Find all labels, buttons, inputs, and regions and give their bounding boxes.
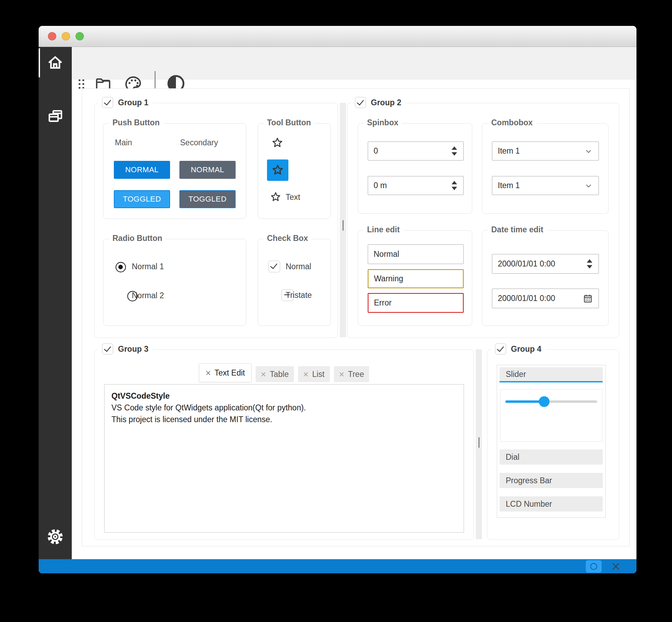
close-traffic-light[interactable]: [48, 32, 56, 40]
datetime-value: 2000/01/01 0:00: [498, 294, 583, 303]
close-icon[interactable]: [611, 562, 620, 571]
chevron-down-icon: [584, 181, 593, 190]
spinbox-field[interactable]: 0 m: [368, 176, 464, 195]
line-edit-groupbox: Line edit Normal Warning Error: [358, 230, 472, 326]
star-icon[interactable]: [270, 191, 281, 203]
line-edit-value: Error: [374, 298, 457, 308]
splitter-grip[interactable]: [343, 220, 344, 231]
group3-checkbox-checked-icon[interactable]: [102, 343, 113, 354]
circle-icon: [589, 562, 598, 571]
text-edit-heading: QtVSCodeStyle: [111, 390, 457, 402]
combobox-select[interactable]: Item 1: [492, 176, 599, 195]
line-edit-warning[interactable]: Warning: [368, 269, 464, 288]
tool-button-text-label[interactable]: Text: [286, 193, 300, 202]
datetime-edit-groupbox: Date time edit 2000/01/01 0:00 2000/01/0…: [482, 230, 609, 326]
secondary-column-label: Secondary: [180, 138, 218, 147]
group4-checkbox-checked-icon[interactable]: [495, 343, 506, 354]
datetime-calendar-field[interactable]: 2000/01/01 0:00: [492, 289, 599, 308]
normal-secondary-button[interactable]: NORMAL: [179, 161, 236, 179]
tab-tree[interactable]: Tree: [334, 366, 369, 382]
spin-buttons[interactable]: [452, 146, 458, 156]
toolbar: [39, 47, 636, 80]
close-icon[interactable]: [303, 372, 308, 377]
line-edit-title: Line edit: [364, 225, 403, 234]
combobox-title: Combobox: [488, 118, 536, 127]
spinbox-field[interactable]: 0: [368, 142, 464, 161]
text-edit-line: VS Code style for QtWidgets application(…: [111, 402, 457, 414]
tab-label: List: [312, 370, 325, 379]
radio-button-groupbox: Radio Button Normal 1 Normal 2: [103, 239, 246, 326]
group3-panel: Group 3 Text Edit Table List Tree: [94, 349, 474, 540]
line-edit-value: Normal: [374, 250, 458, 259]
toggled-main-button[interactable]: TOGGLED: [114, 190, 170, 208]
slider-handle[interactable]: [539, 396, 550, 407]
drag-handle-icon[interactable]: [79, 79, 84, 89]
splitter-grip[interactable]: [478, 437, 480, 448]
statusbar: [39, 559, 636, 573]
tab-label: Table: [270, 370, 289, 379]
vertical-splitter[interactable]: [476, 349, 482, 539]
overlapping-windows-icon[interactable]: [47, 108, 64, 124]
main-column-label: Main: [115, 138, 132, 147]
calendar-icon[interactable]: [583, 293, 593, 304]
group2-panel: Group 2 Spinbox 0 0 m Combobox Item 1: [347, 103, 619, 338]
minimize-traffic-light[interactable]: [62, 32, 70, 40]
toolbox-item-lcd-number[interactable]: LCD Number: [500, 496, 603, 512]
checkbox-option-label[interactable]: Tristate: [286, 291, 312, 300]
combobox-select[interactable]: Item 1: [492, 142, 599, 161]
tab-text-edit[interactable]: Text Edit: [199, 363, 251, 382]
slider-page: [500, 389, 602, 442]
group2-checkbox-checked-icon[interactable]: [355, 97, 366, 108]
radio-selected-icon[interactable]: [116, 262, 126, 272]
close-icon[interactable]: [206, 370, 211, 376]
tab-list[interactable]: List: [298, 366, 330, 382]
vertical-splitter[interactable]: [340, 103, 346, 337]
sidebar: [39, 47, 72, 559]
spinbox-title: Spinbox: [364, 118, 402, 127]
push-button-groupbox: Push Button Main Secondary NORMAL NORMAL…: [103, 123, 246, 219]
toggled-secondary-button[interactable]: TOGGLED: [179, 190, 236, 208]
group1-header: Group 1: [98, 97, 152, 108]
close-icon[interactable]: [261, 372, 266, 377]
line-edit-normal[interactable]: Normal: [368, 244, 464, 264]
gear-icon[interactable]: [47, 529, 63, 545]
toolbox-item-progress-bar[interactable]: Progress Bar: [500, 473, 603, 488]
group1-panel: Group 1 Push Button Main Secondary NORMA…: [94, 103, 338, 338]
chevron-down-icon: [584, 147, 593, 156]
checkbox-option-label[interactable]: Normal: [286, 262, 311, 271]
zoom-traffic-light[interactable]: [76, 32, 84, 40]
tool-button-groupbox: Tool Button Text: [258, 123, 331, 219]
spin-buttons[interactable]: [452, 181, 458, 190]
group3-header: Group 3: [98, 343, 152, 354]
tab-label: Text Edit: [215, 368, 245, 378]
text-edit-area[interactable]: QtVSCodeStyle VS Code style for QtWidget…: [104, 384, 464, 533]
datetime-edit-title: Date time edit: [488, 225, 547, 234]
toolbox-item-dial[interactable]: Dial: [500, 449, 603, 465]
spinbox-groupbox: Spinbox 0 0 m: [358, 123, 472, 214]
group4-title: Group 4: [511, 344, 541, 354]
radio-option-label[interactable]: Normal 2: [132, 291, 164, 300]
statusbar-circle-button[interactable]: [586, 560, 602, 573]
toolbox-item-slider[interactable]: Slider: [500, 367, 603, 382]
line-edit-error[interactable]: Error: [368, 293, 464, 313]
radio-option-label[interactable]: Normal 1: [132, 262, 164, 271]
push-button-title: Push Button: [109, 118, 163, 127]
checkbox-checked-icon[interactable]: [268, 261, 280, 272]
close-icon[interactable]: [339, 372, 344, 377]
spin-buttons[interactable]: [587, 259, 593, 269]
app-window: Group 1 Push Button Main Secondary NORMA…: [39, 26, 636, 573]
combobox-groupbox: Combobox Item 1 Item 1: [482, 123, 609, 214]
star-toggled-button[interactable]: [267, 159, 288, 181]
datetime-value: 2000/01/01 0:00: [498, 259, 587, 269]
datetime-spinner-field[interactable]: 2000/01/01 0:00: [492, 254, 599, 274]
slider-track[interactable]: [505, 400, 597, 403]
star-icon[interactable]: [271, 137, 284, 149]
normal-main-button[interactable]: NORMAL: [114, 161, 170, 179]
home-icon[interactable]: [47, 55, 63, 70]
group2-header: Group 2: [351, 97, 405, 108]
toolbox: Slider Dial Progress Bar LCD Number: [497, 365, 606, 518]
tab-table[interactable]: Table: [256, 366, 294, 382]
group1-checkbox-checked-icon[interactable]: [102, 97, 113, 108]
star-icon: [271, 164, 284, 177]
check-box-groupbox: Check Box Normal Tristate: [258, 239, 331, 326]
